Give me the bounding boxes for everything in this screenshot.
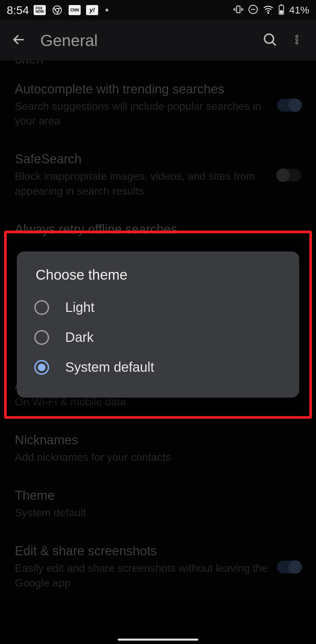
status-right: 41% (233, 4, 309, 16)
more-options-button[interactable] (284, 29, 309, 52)
setting-subtitle: Add nicknames for your contacts (15, 450, 301, 465)
chrome-icon (50, 5, 64, 15)
toggle-screenshots[interactable] (277, 561, 301, 573)
radio-icon (34, 360, 49, 375)
svg-point-19 (296, 35, 298, 37)
toggle-knob (288, 98, 302, 112)
option-label: System default (65, 360, 154, 375)
clock: 8:54 (7, 4, 29, 17)
setting-theme[interactable]: Theme System default (0, 477, 316, 532)
setting-subtitle: Search suggestions will include popular … (15, 99, 270, 128)
svg-rect-14 (280, 4, 282, 5)
toggle-knob (288, 560, 302, 574)
do-not-disturb-icon (248, 4, 258, 16)
search-button[interactable] (255, 29, 284, 52)
setting-title: SafeSearch (15, 152, 270, 166)
yahoo-icon: y! (85, 5, 99, 15)
setting-title: often (15, 61, 301, 67)
status-bar: 8:54 FOXNOW CNN y! 41% (0, 0, 316, 20)
more-notifications-dot (106, 9, 108, 11)
gesture-nav-pill[interactable] (118, 639, 198, 641)
setting-retry-offline[interactable]: Always retry offline searches (0, 211, 316, 252)
toolbar: General (0, 20, 316, 61)
choose-theme-dialog: Choose theme Light Dark System default (17, 251, 299, 398)
toggle-safesearch[interactable] (277, 169, 301, 182)
svg-rect-5 (237, 6, 240, 13)
toggle-knob (276, 168, 290, 182)
setting-nicknames[interactable]: Nicknames Add nicknames for your contact… (0, 421, 316, 477)
theme-option-light[interactable]: Light (30, 292, 286, 322)
option-label: Light (65, 300, 94, 315)
vibrate-icon (233, 4, 243, 16)
setting-subtitle: Easily edit and share screenshots withou… (15, 561, 270, 590)
theme-option-dark[interactable]: Dark (30, 322, 286, 352)
svg-point-12 (268, 12, 269, 13)
page-title: General (40, 31, 255, 50)
theme-option-system-default[interactable]: System default (30, 352, 286, 382)
setting-title: Theme (15, 488, 301, 503)
svg-point-20 (296, 39, 298, 41)
setting-subtitle: System default (15, 506, 301, 520)
back-button[interactable] (7, 29, 31, 52)
setting-title: Autocomplete with trending searches (15, 82, 270, 96)
setting-title: Edit & share screenshots (15, 544, 270, 558)
setting-title: Always retry offline searches (15, 222, 301, 237)
option-label: Dark (65, 330, 93, 345)
svg-line-18 (272, 42, 276, 46)
svg-point-17 (265, 34, 274, 43)
radio-icon (34, 330, 49, 345)
fox-now-icon: FOXNOW (33, 5, 46, 15)
setting-autocomplete[interactable]: Autocomplete with trending searches Sear… (0, 71, 316, 140)
setting-safesearch[interactable]: SafeSearch Block inappropriate images, v… (0, 140, 316, 210)
battery-icon (278, 4, 284, 16)
svg-point-21 (296, 42, 298, 44)
battery-percentage: 41% (289, 4, 309, 16)
svg-rect-15 (280, 10, 283, 14)
toggle-autocomplete[interactable] (277, 99, 301, 112)
wifi-icon (263, 4, 274, 16)
status-left: 8:54 FOXNOW CNN y! (7, 4, 108, 17)
setting-title: Nicknames (15, 433, 301, 447)
cnn-icon: CNN (68, 5, 81, 15)
setting-subtitle: Block inappropriate images, videos, and … (15, 169, 270, 198)
setting-item[interactable]: often (0, 61, 316, 71)
setting-screenshots[interactable]: Edit & share screenshots Easily edit and… (0, 532, 316, 602)
dialog-title: Choose theme (30, 267, 286, 283)
radio-icon (34, 300, 49, 315)
